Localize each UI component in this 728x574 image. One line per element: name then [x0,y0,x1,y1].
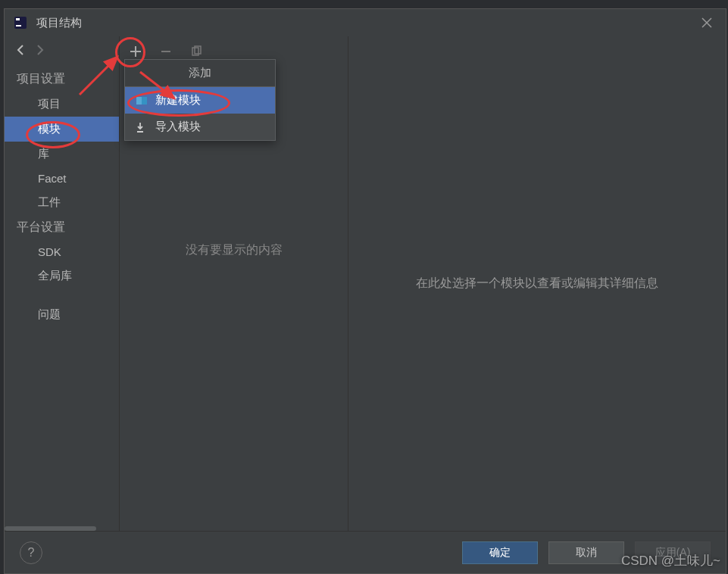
intellij-icon [12,14,29,31]
svg-line-8 [140,72,174,98]
ok-button[interactable]: 确定 [462,541,538,564]
placeholder-text: 在此处选择一个模块以查看或编辑其详细信息 [416,276,658,292]
remove-icon[interactable] [159,45,173,58]
sidebar: 项目设置 项目 模块 库 Facet 工件 平台设置 SDK 全局库 问题 [5,36,120,531]
back-button[interactable] [12,44,30,60]
sidebar-item-facets[interactable]: Facet [5,167,119,190]
cancel-button[interactable]: 取消 [548,541,624,564]
svg-rect-1 [16,18,20,20]
dialog-body: 项目设置 项目 模块 库 Facet 工件 平台设置 SDK 全局库 问题 [5,36,726,531]
dialog-title: 项目结构 [36,16,695,30]
empty-message: 没有要显示的内容 [120,242,348,258]
sidebar-item-sdks[interactable]: SDK [5,240,119,264]
svg-rect-2 [16,25,21,27]
copy-icon[interactable] [189,45,203,58]
details-panel: 在此处选择一个模块以查看或编辑其详细信息 [348,36,726,531]
sidebar-item-problems[interactable]: 问题 [5,302,119,327]
sidebar-item-modules[interactable]: 模块 [5,117,119,142]
sidebar-item-libraries[interactable]: 库 [5,142,119,167]
import-icon [136,121,148,133]
watermark: CSDN @土味儿~ [621,552,720,569]
close-button[interactable] [695,11,718,34]
annotation-arrow [76,53,136,98]
menu-label: 导入模块 [155,120,201,134]
svg-line-7 [80,57,117,95]
sidebar-scrollbar[interactable] [5,526,96,531]
titlebar: 项目结构 [5,9,726,36]
sidebar-item-artifacts[interactable]: 工件 [5,190,119,215]
forward-button[interactable] [30,44,48,60]
help-button[interactable]: ? [20,541,42,564]
sidebar-item-global-libraries[interactable]: 全局库 [5,264,119,289]
section-platform-settings: 平台设置 [5,215,119,240]
dialog-footer: ? 确定 取消 应用(A) [5,531,726,573]
menu-import-module[interactable]: 导入模块 [125,114,275,140]
annotation-arrow [136,68,189,106]
